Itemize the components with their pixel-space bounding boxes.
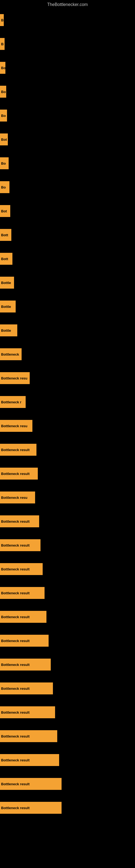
bar-label: Bottleneck result — [1, 520, 30, 524]
bar-item: Bottleneck result — [0, 563, 43, 575]
bar-row: Bottleneck resu — [0, 366, 135, 390]
bar-label: Bottleneck result — [1, 591, 30, 595]
bar-item: Bottleneck resu — [0, 420, 32, 432]
bar-label: Bottleneck resu — [1, 376, 28, 380]
bar-label: Bottleneck result — [1, 758, 30, 762]
bar-row: Bottleneck result — [0, 748, 135, 772]
bar-row: Bottle — [0, 318, 135, 342]
bar-item: Bottle — [0, 277, 14, 289]
bar-item: Bottleneck result — [0, 706, 55, 718]
bar-label: Bottleneck result — [1, 448, 30, 452]
bar-label: Bo — [1, 114, 6, 118]
bar-label: Bottleneck resu — [1, 424, 28, 428]
bar-row: Bottleneck result — [0, 677, 135, 701]
bar-row: Bottleneck result — [0, 533, 135, 557]
bar-item: Bottleneck result — [0, 516, 39, 527]
bar-label: Bottle — [1, 329, 11, 333]
bar-label: Bott — [1, 233, 8, 237]
bar-row: Bottleneck — [0, 342, 135, 366]
bar-label: Bottleneck resu — [1, 496, 28, 500]
bar-label: Bottleneck r — [1, 400, 21, 404]
bar-item: B — [0, 14, 4, 26]
bar-row: Bottleneck resu — [0, 486, 135, 509]
bar-label: Bo — [1, 161, 6, 165]
bar-row: Bott — [0, 247, 135, 271]
bar-row: Bot — [0, 127, 135, 151]
bar-row: Bo — [0, 104, 135, 127]
bar-item: Bottleneck resu — [0, 372, 30, 384]
bar-item: Bo — [0, 86, 6, 98]
bar-item: Bo — [0, 157, 9, 169]
bar-item: Bottle — [0, 324, 17, 336]
bar-row: Bottleneck result — [0, 605, 135, 629]
bar-label: Bottle — [1, 281, 11, 285]
bar-item: Bottleneck resu — [0, 492, 35, 503]
bar-label: Bottleneck result — [1, 686, 30, 691]
bar-item: Bottleneck result — [0, 444, 37, 456]
bar-item: Bo — [0, 110, 7, 122]
bar-label: Bottle — [1, 305, 11, 309]
bar-label: Bo — [1, 90, 6, 94]
bars-container: BBBoBoBoBotBoBoBotBottBottBottleBottleBo… — [0, 8, 135, 820]
bar-row: Bottleneck result — [0, 653, 135, 677]
bar-item: Bottleneck result — [0, 682, 53, 694]
bar-item: Bottleneck result — [0, 778, 61, 790]
bar-label: Bottleneck result — [1, 782, 30, 786]
bar-label: Bo — [1, 66, 5, 70]
bar-item: Bottleneck result — [0, 635, 49, 647]
bar-row: Bottleneck result — [0, 438, 135, 462]
bar-label: Bottleneck result — [1, 543, 30, 547]
bar-item: Bottleneck r — [0, 396, 26, 408]
bar-row: Bottleneck result — [0, 796, 135, 820]
bar-item: Bo — [0, 62, 5, 74]
bar-row: Bo — [0, 151, 135, 175]
bar-row: Bottle — [0, 294, 135, 318]
bar-row: Bott — [0, 223, 135, 247]
bar-label: Bottleneck result — [1, 472, 30, 476]
bar-row: Bottleneck resu — [0, 414, 135, 438]
bar-label: Bo — [1, 185, 6, 189]
bar-item: Bottle — [0, 301, 16, 312]
bar-label: B — [1, 42, 3, 46]
bar-item: Bottleneck result — [0, 468, 38, 479]
bar-item: Bottleneck result — [0, 802, 61, 814]
bar-row: Bo — [0, 175, 135, 199]
bar-item: Bottleneck result — [0, 611, 46, 623]
bar-label: Bottleneck result — [1, 734, 30, 738]
bar-row: Bottleneck result — [0, 701, 135, 724]
bar-label: Bot — [1, 137, 7, 142]
bar-item: Bottleneck result — [0, 730, 57, 742]
bar-item: Bott — [0, 253, 12, 265]
bar-item: Bo — [0, 181, 9, 193]
bar-label: Bottleneck result — [1, 663, 30, 667]
bar-row: Bottleneck result — [0, 557, 135, 581]
bar-item: Bottleneck — [0, 348, 21, 360]
bar-label: Bottleneck result — [1, 639, 30, 643]
bar-item: B — [0, 38, 5, 50]
bar-item: Bottleneck result — [0, 539, 41, 551]
bar-label: Bottleneck result — [1, 710, 30, 714]
bar-item: Bottleneck result — [0, 587, 45, 599]
bar-label: Bottleneck result — [1, 567, 30, 571]
bar-item: Bott — [0, 229, 11, 241]
bar-label: Bottleneck result — [1, 806, 30, 810]
bar-row: Bo — [0, 80, 135, 104]
bar-label: Bot — [1, 209, 7, 213]
bar-row: Bottleneck result — [0, 462, 135, 486]
bar-row: Bot — [0, 199, 135, 223]
bar-item: Bottleneck result — [0, 659, 51, 671]
bar-row: Bottleneck result — [0, 629, 135, 653]
site-title: TheBottlenecker.com — [0, 0, 135, 8]
bar-row: Bo — [0, 56, 135, 80]
bar-row: Bottleneck result — [0, 581, 135, 605]
bar-item: Bot — [0, 133, 8, 145]
bar-row: Bottleneck result — [0, 772, 135, 796]
bar-label: Bottleneck result — [1, 615, 30, 619]
bar-row: Bottleneck result — [0, 724, 135, 748]
bar-row: B — [0, 8, 135, 32]
bar-row: Bottleneck result — [0, 509, 135, 533]
bar-item: Bot — [0, 205, 10, 217]
bar-label: Bott — [1, 257, 8, 261]
bar-label: Bottleneck — [1, 352, 19, 356]
bar-item: Bottleneck result — [0, 754, 59, 766]
